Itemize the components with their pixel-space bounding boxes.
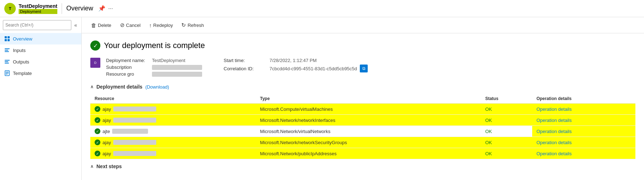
svg-text:T: T bbox=[9, 6, 11, 11]
svg-rect-8 bbox=[5, 51, 9, 52]
svg-rect-7 bbox=[5, 50, 8, 51]
meta-row-correlation-id: Correlation ID: 7cbcdd4d-c995-4551-83d1-… bbox=[224, 65, 368, 72]
sidebar-item-overview[interactable]: Overview bbox=[0, 33, 81, 44]
resource-type: Microsoft.Network/networkSecurityGroups bbox=[256, 137, 481, 148]
sidebar-item-outputs[interactable]: Outputs bbox=[0, 56, 81, 67]
redeploy-button[interactable]: ↑ Redeploy bbox=[146, 20, 176, 30]
meta-column-left: Deployment name: TestDeployment Subscrip… bbox=[106, 58, 202, 77]
resource-ok-icon: ✓ bbox=[95, 139, 100, 145]
resource-name-blurred bbox=[113, 140, 156, 145]
sidebar-item-template-label: Template bbox=[13, 71, 32, 76]
meta-row-resource-group: Resource gro bbox=[106, 71, 202, 77]
resource-group-value bbox=[152, 72, 202, 77]
svg-rect-9 bbox=[5, 60, 10, 61]
svg-rect-4 bbox=[5, 39, 7, 41]
subscription-value bbox=[152, 65, 202, 70]
resource-cell: ✓ ajay bbox=[95, 117, 251, 123]
next-steps-label: Next steps bbox=[96, 164, 122, 169]
resource-name-blurred bbox=[113, 106, 156, 112]
correlation-id-value: 7cbcdd4d-c995-4551-83d1-c5dd5cb95c5d bbox=[269, 66, 357, 71]
app-subtitle: Deployment bbox=[19, 9, 57, 14]
collapse-details-icon[interactable]: ∧ bbox=[90, 84, 94, 89]
operation-details-link[interactable]: Operation details bbox=[536, 129, 572, 134]
start-time-value: 7/28/2022, 1:12:47 PM bbox=[269, 58, 317, 63]
download-link[interactable]: (Download) bbox=[145, 84, 169, 90]
start-time-label: Start time: bbox=[224, 58, 267, 63]
copy-correlation-id-button[interactable]: ⧉ bbox=[360, 65, 368, 72]
page-title: Overview bbox=[66, 5, 93, 12]
deployment-meta: D Deployment name: TestDeployment Subscr… bbox=[90, 58, 635, 77]
collapse-next-steps-icon[interactable]: ∧ bbox=[90, 164, 94, 169]
svg-rect-15 bbox=[6, 74, 8, 75]
inputs-icon bbox=[4, 47, 10, 53]
sidebar-item-inputs[interactable]: Inputs bbox=[0, 44, 81, 56]
delete-button[interactable]: 🗑 Delete bbox=[87, 20, 115, 30]
resource-name-blurred bbox=[112, 129, 148, 134]
header-divider bbox=[62, 3, 62, 14]
resource-name-prefix: ajte bbox=[102, 129, 110, 134]
operation-details-link[interactable]: Operation details bbox=[536, 118, 572, 123]
table-row: ✓ ajte Microsoft.Network/virtualNetworks… bbox=[90, 126, 635, 137]
main-layout: « Overview bbox=[0, 17, 644, 180]
table-row: ✓ ajay Microsoft.Compute/virtualMachines… bbox=[90, 104, 635, 115]
overview-icon bbox=[4, 36, 10, 42]
cancel-icon: ⊘ bbox=[120, 22, 125, 28]
operation-details-link[interactable]: Operation details bbox=[536, 151, 572, 156]
deployment-name-value: TestDeployment bbox=[152, 58, 185, 63]
resource-name-blurred bbox=[113, 118, 156, 123]
refresh-button[interactable]: ↻ Refresh bbox=[178, 20, 207, 30]
resource-ok-icon: ✓ bbox=[95, 106, 100, 112]
resource-name-prefix: ajay bbox=[102, 106, 111, 112]
resource-group-label: Resource gro bbox=[106, 71, 149, 77]
status-ok-text: OK bbox=[485, 106, 492, 112]
deployment-type-icon: D bbox=[90, 58, 100, 68]
top-header: T TestDeployment Deployment Overview 📌 ·… bbox=[0, 0, 644, 17]
svg-rect-13 bbox=[6, 72, 9, 72]
toolbar: 🗑 Delete ⊘ Cancel ↑ Redeploy ↻ Refresh bbox=[82, 17, 644, 33]
col-type: Type bbox=[256, 94, 481, 104]
meta-row-subscription: Subscription bbox=[106, 65, 202, 70]
resource-name-prefix: ajay bbox=[102, 151, 111, 156]
resource-type: Microsoft.Network/publicIpAddresses bbox=[256, 148, 481, 159]
outputs-icon bbox=[4, 59, 10, 65]
resource-name-prefix: ajay bbox=[102, 140, 111, 145]
sidebar-item-outputs-label: Outputs bbox=[13, 59, 29, 65]
complete-icon: ✓ bbox=[90, 41, 100, 51]
deployment-complete-header: ✓ Your deployment is complete bbox=[90, 41, 635, 51]
delete-label: Delete bbox=[98, 23, 111, 28]
subscription-label: Subscription bbox=[106, 65, 149, 70]
cancel-label: Cancel bbox=[126, 23, 140, 28]
refresh-icon: ↻ bbox=[181, 22, 186, 28]
search-input[interactable] bbox=[3, 20, 71, 30]
resource-cell: ✓ ajay bbox=[95, 106, 251, 112]
svg-rect-5 bbox=[8, 39, 10, 41]
svg-rect-11 bbox=[5, 63, 9, 63]
svg-rect-3 bbox=[8, 36, 10, 38]
svg-rect-6 bbox=[5, 48, 10, 49]
app-icon: T bbox=[4, 3, 16, 14]
status-ok-text: OK bbox=[485, 118, 492, 123]
sidebar-item-inputs-label: Inputs bbox=[13, 48, 25, 53]
resource-name-prefix: ajay bbox=[102, 118, 111, 123]
meta-row-start-time: Start time: 7/28/2022, 1:12:47 PM bbox=[224, 58, 368, 63]
sidebar-collapse-button[interactable]: « bbox=[73, 22, 78, 29]
sidebar-item-template[interactable]: Template bbox=[0, 67, 81, 79]
status-ok-text: OK bbox=[485, 129, 492, 134]
pin-button[interactable]: 📌 bbox=[97, 4, 107, 13]
resource-name-blurred bbox=[113, 151, 156, 156]
resource-ok-icon: ✓ bbox=[95, 117, 100, 123]
more-options-button[interactable]: ··· bbox=[107, 4, 114, 13]
sidebar-search-wrap: « bbox=[0, 17, 81, 33]
header-title-block: TestDeployment Deployment bbox=[19, 3, 57, 14]
svg-rect-2 bbox=[5, 36, 7, 38]
operation-details-link[interactable]: Operation details bbox=[536, 140, 572, 145]
resource-type: Microsoft.Compute/virtualMachines bbox=[256, 104, 481, 115]
resource-cell: ✓ ajte bbox=[95, 128, 251, 134]
resource-table: Resource Type Status Operation details ✓… bbox=[90, 94, 635, 159]
deployment-details-section-header: ∧ Deployment details (Download) bbox=[90, 84, 635, 90]
resource-ok-icon: ✓ bbox=[95, 151, 100, 156]
operation-details-link[interactable]: Operation details bbox=[536, 106, 572, 112]
col-status: Status bbox=[481, 94, 532, 104]
cancel-button[interactable]: ⊘ Cancel bbox=[116, 20, 144, 30]
deployment-details-label: Deployment details bbox=[96, 84, 142, 90]
